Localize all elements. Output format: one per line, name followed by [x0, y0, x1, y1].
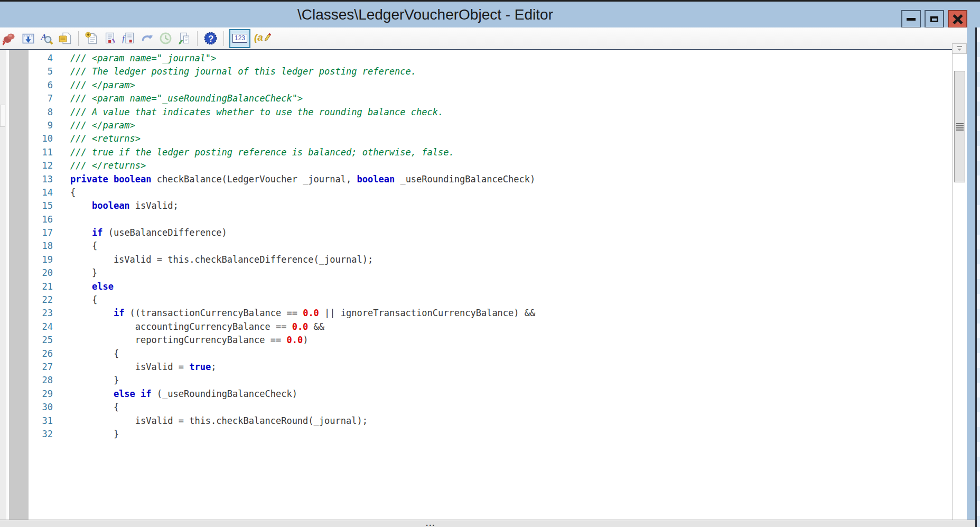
minimize-icon — [907, 18, 916, 21]
title-bar[interactable]: \Classes\LedgerVoucherObject - Editor — [0, 0, 980, 27]
code-line[interactable]: 14{ — [29, 186, 953, 199]
new-document-icon[interactable] — [83, 30, 100, 47]
code-line[interactable]: 12/// </returns> — [29, 159, 953, 172]
line-number: 23 — [29, 307, 53, 320]
code-text: /// </param> — [70, 79, 135, 92]
code-text: /// </param> — [70, 119, 135, 132]
line-number: 8 — [29, 106, 53, 119]
code-text: else if (_useRoundingBalanceCheck) — [70, 387, 297, 401]
code-text: } — [70, 374, 119, 387]
code-text: { — [70, 186, 76, 199]
line-numbers-toggle-button[interactable]: 123 — [229, 29, 250, 48]
code-line[interactable]: 7/// <param name="_useRoundingBalanceChe… — [29, 92, 953, 105]
compile-icon[interactable] — [102, 30, 118, 47]
line-number: 28 — [29, 374, 53, 387]
script-icon[interactable] — [57, 30, 73, 47]
code-line[interactable]: 16 — [29, 213, 953, 226]
code-line[interactable]: 6/// </param> — [29, 79, 953, 92]
code-line[interactable]: 5/// The ledger posting journal of this … — [29, 65, 953, 78]
toolbar-separator — [223, 31, 224, 46]
code-text: /// </returns> — [70, 159, 146, 172]
code-line[interactable]: 24 accountingCurrencyBalance == 0.0 && — [29, 320, 953, 334]
code-line[interactable]: 20 } — [29, 266, 953, 280]
font-lookup-icon[interactable]: A — [39, 30, 55, 47]
minimize-button[interactable] — [901, 10, 921, 28]
line-number: 5 — [29, 65, 53, 78]
maximize-icon — [930, 16, 938, 22]
line-number: 10 — [29, 132, 53, 145]
code-line[interactable]: 29 else if (_useRoundingBalanceCheck) — [29, 387, 953, 401]
window-controls — [901, 10, 967, 28]
code-text: { — [70, 293, 97, 307]
line-number: 14 — [29, 186, 53, 199]
code-line[interactable]: 10/// <returns> — [29, 132, 953, 145]
code-line[interactable]: 27 isValid = true; — [29, 360, 953, 374]
code-line[interactable]: 17 if (useBalanceDifference) — [29, 226, 953, 239]
code-line[interactable]: 22 { — [29, 293, 953, 307]
code-line[interactable]: 26 { — [29, 347, 953, 360]
code-editor[interactable]: 4/// <param name="_journal">5/// The led… — [29, 50, 953, 520]
code-line[interactable]: 25 reportingCurrencyBalance == 0.0) — [29, 334, 953, 347]
code-line[interactable]: 28 } — [29, 374, 953, 387]
code-line[interactable]: 23 if ((transactionCurrencyBalance == 0.… — [29, 307, 953, 320]
code-text: { — [70, 347, 119, 360]
code-line[interactable]: 31 isValid = this.checkBalanceRound(_jou… — [29, 414, 953, 428]
horizontal-splitter[interactable]: ... — [0, 520, 975, 527]
code-text: else — [70, 280, 114, 293]
close-button[interactable] — [948, 10, 967, 28]
line-number: 13 — [29, 173, 53, 186]
line-number: 6 — [29, 79, 53, 92]
code-text: } — [70, 428, 119, 441]
editor-split-button[interactable] — [952, 43, 967, 54]
splitter-grip[interactable]: ... — [426, 519, 436, 527]
line-number: 9 — [29, 119, 53, 132]
svg-text:?: ? — [208, 34, 213, 44]
close-icon — [953, 14, 963, 24]
line-number: 22 — [29, 293, 53, 307]
code-line[interactable]: 18 { — [29, 239, 953, 253]
code-text: boolean isValid; — [70, 199, 179, 212]
compile-forward-icon[interactable]: f — [120, 30, 137, 47]
window-frame-right — [967, 27, 975, 527]
breakpoint-gutter[interactable] — [9, 50, 29, 520]
code-text: } — [70, 266, 97, 280]
code-line[interactable]: 19 isValid = this.checkBalanceDifference… — [29, 253, 953, 266]
line-number: 27 — [29, 360, 53, 374]
line-number: 31 — [29, 414, 53, 428]
code-line[interactable]: 32 } — [29, 428, 953, 441]
code-line[interactable]: 21 else — [29, 280, 953, 293]
code-text: isValid = true; — [70, 360, 216, 374]
code-text: { — [70, 401, 119, 414]
code-line[interactable]: 11/// true if the ledger posting referen… — [29, 146, 953, 159]
code-text: /// <param name="_useRoundingBalanceChec… — [70, 92, 303, 105]
import-icon[interactable] — [20, 30, 36, 47]
scrollbar-thumb[interactable] — [954, 71, 965, 182]
line-number: 15 — [29, 199, 53, 212]
window-title: \Classes\LedgerVoucherObject - Editor — [0, 6, 851, 23]
code-line[interactable]: 13private boolean checkBalance(LedgerVou… — [29, 173, 953, 186]
help-icon[interactable]: ? — [202, 30, 219, 47]
line-numbers-icon: 123 — [232, 34, 247, 43]
code-text: accountingCurrencyBalance == 0.0 && — [70, 320, 324, 334]
line-number: 17 — [29, 226, 53, 239]
line-number: 26 — [29, 347, 53, 360]
code-text: /// The ledger posting journal of this l… — [70, 65, 416, 78]
code-text: /// <returns> — [70, 132, 141, 145]
copy-document-icon[interactable] — [176, 30, 192, 47]
vertical-scrollbar[interactable] — [953, 50, 967, 520]
toolbar-icon-groups: Af? — [1, 30, 220, 47]
background-window-rows — [977, 27, 980, 527]
code-text: { — [70, 239, 97, 253]
pushpin-icon[interactable] — [2, 30, 18, 47]
code-line[interactable]: 8/// A value that indicates whether to u… — [29, 106, 953, 119]
code-line[interactable]: 15 boolean isValid; — [29, 199, 953, 212]
code-line[interactable]: 9/// </param> — [29, 119, 953, 132]
line-number: 16 — [29, 213, 53, 226]
toolbar-separator — [197, 31, 198, 46]
maximize-button[interactable] — [925, 10, 944, 28]
code-line[interactable]: 30 { — [29, 401, 953, 414]
undo-icon[interactable] — [139, 30, 155, 47]
macro-edit-button[interactable]: (a — [253, 30, 271, 47]
code-line[interactable]: 4/// <param name="_journal"> — [29, 52, 953, 65]
history-icon[interactable] — [157, 30, 174, 47]
